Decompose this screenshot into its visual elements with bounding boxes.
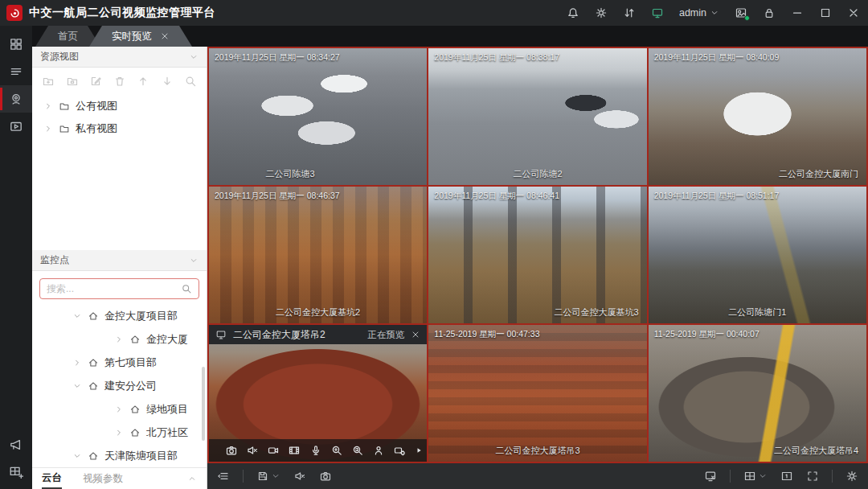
tree-item-site[interactable]: 第七项目部 (32, 351, 207, 374)
chevron-down-icon (72, 311, 82, 321)
zoom-in-icon[interactable] (330, 444, 343, 457)
home-icon (129, 404, 141, 415)
snapshot-all-icon[interactable] (319, 470, 332, 483)
grid-layout-icon (743, 470, 756, 483)
video-grid: 2019年11月25日 星期一 08:34:27 二公司陈塘3 2019年11月… (207, 47, 868, 463)
monitor-icon (215, 329, 227, 340)
record-icon[interactable] (267, 444, 280, 457)
nav-live-preview[interactable] (0, 85, 32, 113)
camera-config-icon[interactable] (393, 444, 406, 457)
megaphone-icon (9, 438, 23, 452)
video-cell-5[interactable]: 2019年11月25日 星期一 08:46:41 二公司金控大厦基坑3 (428, 187, 646, 323)
folder-add-icon[interactable] (42, 75, 55, 88)
menu-icon[interactable] (0, 58, 32, 85)
tree-item-site[interactable]: 北万社区 (32, 421, 207, 444)
camera-timestamp: 2019年11月25日 星期一 08:34:27 (215, 52, 340, 64)
nav-playback[interactable] (0, 113, 32, 140)
tree-label: 建安分公司 (104, 379, 157, 393)
close-stream-icon[interactable] (411, 330, 420, 339)
lock-icon[interactable] (763, 6, 776, 19)
more-icon[interactable] (414, 446, 424, 455)
monitor-tree: 金控大厦项目部 金控大厦 第七项目部 (32, 304, 207, 467)
maximize-button[interactable] (819, 6, 832, 19)
home-icon (88, 357, 99, 368)
nav-broadcast[interactable] (0, 431, 32, 458)
video-cell-7-selected[interactable]: 二公司金控大厦塔吊2 正在预览 (209, 325, 427, 462)
snapshot-icon[interactable] (225, 444, 238, 457)
bell-icon[interactable] (567, 6, 579, 19)
camera-timestamp: 11-25-2019 星期一 00:40:07 (654, 329, 760, 340)
close-all-streams-icon[interactable] (704, 470, 717, 483)
tree-label: 天津陈塘项目部 (104, 449, 178, 463)
delete-icon[interactable] (113, 75, 126, 88)
video-cell-4[interactable]: 2019年11月25日 星期一 08:46:37 二公司金控大厦基坑2 (209, 187, 427, 323)
video-cell-6[interactable]: 2019年11月25日 星期一 08:51:17 二公司陈塘门1 (649, 187, 866, 323)
single-screen-icon[interactable] (780, 470, 793, 483)
tree-label: 第七项目部 (104, 355, 157, 370)
tab-home[interactable]: 首页 (35, 26, 100, 47)
tree-item-public-views[interactable]: 公有视图 (32, 95, 207, 117)
chevron-right-icon (43, 124, 53, 134)
chevron-up-icon[interactable] (187, 474, 197, 483)
tree-item-site[interactable]: 金控大厦项目部 (32, 304, 207, 327)
nav-rail (0, 26, 32, 489)
resource-view-header[interactable]: 资源视图 (32, 47, 207, 68)
sort-arrows-icon[interactable] (623, 6, 636, 19)
search-input[interactable] (47, 283, 181, 294)
move-down-icon[interactable] (161, 75, 174, 88)
apps-grid-icon[interactable] (0, 31, 32, 58)
folder-new-icon[interactable] (66, 75, 79, 88)
live-monitor-icon[interactable] (651, 6, 664, 19)
minimize-button[interactable] (791, 6, 804, 19)
search-icon[interactable] (184, 75, 197, 88)
video-cell-9[interactable]: 11-25-2019 星期一 00:40:07 二公司金控大厦塔吊4 (649, 325, 866, 462)
chevron-down-icon (189, 52, 199, 62)
mic-icon[interactable] (309, 444, 322, 457)
close-tab-icon[interactable] (160, 31, 170, 41)
search-icon[interactable] (181, 283, 192, 294)
settings-icon[interactable] (845, 470, 858, 483)
video-cell-8[interactable]: 11-25-2019 星期一 00:47:33 二公司金控大厦塔吊3 (428, 325, 646, 462)
app-logo-icon (6, 5, 23, 21)
tree-item-site[interactable]: 绿地项目 (32, 397, 207, 421)
save-view-button[interactable] (256, 470, 280, 483)
monitor-points-header[interactable]: 监控点 (32, 250, 207, 271)
gear-icon[interactable] (595, 6, 608, 19)
chevron-right-icon (72, 358, 82, 368)
chevron-down-icon (189, 256, 199, 265)
divider (243, 470, 244, 483)
camera-title: 二公司金控大厦塔吊2 (233, 328, 326, 342)
video-cell-1[interactable]: 2019年11月25日 星期一 08:34:27 二公司陈塘3 (209, 48, 427, 185)
avatar[interactable] (735, 6, 747, 19)
divider (730, 470, 731, 483)
video-cell-3[interactable]: 2019年11月25日 星期一 08:40:09 二公司金控大厦南门 (649, 48, 866, 185)
person-icon[interactable] (372, 444, 385, 457)
tree-item-site[interactable]: 天津陈塘项目部 (32, 444, 207, 467)
tab-live-preview[interactable]: 实时预览 (89, 26, 192, 47)
mute-all-icon[interactable] (293, 470, 306, 483)
edit-icon[interactable] (89, 75, 102, 88)
close-window-button[interactable] (847, 6, 860, 19)
tree-label: 私有视图 (76, 121, 117, 136)
move-up-icon[interactable] (137, 75, 149, 88)
grid-layout-button[interactable] (743, 470, 768, 483)
user-menu[interactable]: admin (679, 7, 719, 18)
playback-icon[interactable] (288, 444, 301, 457)
fullscreen-icon[interactable] (806, 470, 819, 483)
video-cell-2[interactable]: 2019年11月25日 星期一 08:38:17 二公司陈塘2 (428, 48, 646, 185)
zoom-3d-icon[interactable] (351, 444, 364, 457)
collapse-panel-icon[interactable] (217, 470, 230, 483)
scrollbar-thumb[interactable] (202, 367, 205, 441)
home-icon (129, 334, 141, 345)
save-icon (256, 470, 269, 483)
nav-tv-wall[interactable] (0, 458, 32, 486)
tab-video-params[interactable]: 视频参数 (83, 468, 123, 489)
tree-item-private-views[interactable]: 私有视图 (32, 117, 207, 140)
home-icon (129, 427, 141, 438)
tab-home-label: 首页 (58, 30, 78, 43)
mute-icon[interactable] (246, 444, 259, 457)
tab-ptz[interactable]: 云台 (42, 468, 62, 489)
tree-item-site[interactable]: 建安分公司 (32, 374, 207, 397)
tree-item-site[interactable]: 金控大厦 (32, 327, 207, 351)
camera-timestamp: 2019年11月25日 星期一 08:46:41 (434, 191, 559, 202)
